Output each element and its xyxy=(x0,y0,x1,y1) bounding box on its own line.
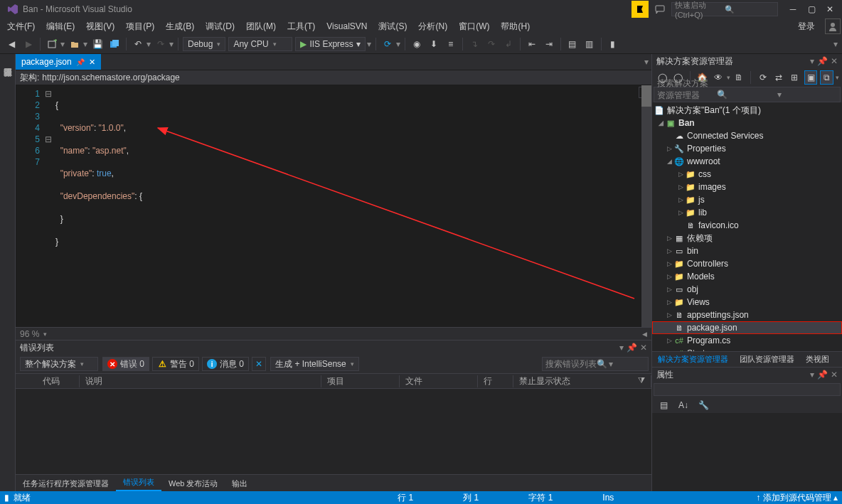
collapse-all-icon[interactable]: ⇄ xyxy=(772,70,785,85)
browser-link-button[interactable]: ⟳ xyxy=(380,36,395,52)
node-lib[interactable]: lib xyxy=(698,208,707,218)
clear-filter-icon[interactable]: ✕ xyxy=(252,357,266,371)
menu-project[interactable]: 项目(P) xyxy=(120,19,160,34)
code-content[interactable]: { "version": "1.0.0", "name": "asp.net",… xyxy=(53,85,651,327)
menu-view[interactable]: 视图(V) xyxy=(80,19,120,34)
col-project[interactable]: 项目 xyxy=(321,375,400,387)
node-program[interactable]: Program.cs xyxy=(687,336,730,345)
zoom-dropdown-icon[interactable]: ▾ xyxy=(43,331,47,338)
tab-task-runner[interactable]: 任务运行程序资源管理器 xyxy=(16,476,116,491)
step-into-icon[interactable]: ↴ xyxy=(467,36,482,52)
uncomment-icon[interactable]: ▥ xyxy=(582,36,597,52)
nav-forward-button[interactable]: ▶ xyxy=(21,36,36,52)
col-state[interactable]: 禁止显示状态 xyxy=(519,375,570,387)
col-line[interactable]: 行 xyxy=(478,375,513,387)
panel-close-icon[interactable]: ✕ xyxy=(831,370,838,380)
zoom-level[interactable]: 96 % xyxy=(20,329,39,339)
properties-icon[interactable]: ⧉ xyxy=(820,70,833,85)
menu-visualsvn[interactable]: VisualSVN xyxy=(321,20,373,33)
step-over-icon[interactable]: ↷ xyxy=(484,36,499,52)
indent-right-icon[interactable]: ⇥ xyxy=(541,36,557,52)
save-all-button[interactable] xyxy=(107,36,122,52)
col-desc[interactable]: 说明 xyxy=(80,375,321,387)
menu-tools[interactable]: 工具(T) xyxy=(282,19,321,34)
redo-button[interactable]: ↷ xyxy=(153,36,169,52)
menu-debug[interactable]: 调试(D) xyxy=(200,19,240,34)
menu-test[interactable]: 测试(S) xyxy=(373,19,412,34)
node-appsettings[interactable]: appsettings.json xyxy=(687,310,749,320)
server-explorer-tab[interactable]: 服务器资源管理器 xyxy=(0,58,15,491)
tab-team-explorer[interactable]: 团队资源管理器 xyxy=(734,352,800,367)
tab-output[interactable]: 输出 xyxy=(225,476,255,491)
node-obj[interactable]: obj xyxy=(687,284,698,294)
node-package-json[interactable]: package.json xyxy=(687,323,737,333)
platform-combo[interactable]: Any CPU▾ xyxy=(228,37,292,51)
errorlist-scope-combo[interactable]: 整个解决方案▾ xyxy=(20,357,98,371)
svn-commit-icon[interactable]: ◉ xyxy=(409,36,425,52)
status-source-control[interactable]: ↑ 添加到源代码管理 ▴ xyxy=(756,492,838,504)
build-intellisense-combo[interactable]: 生成 + IntelliSense▾ xyxy=(270,357,359,371)
node-css[interactable]: css xyxy=(698,169,711,179)
notification-flag-icon[interactable] xyxy=(632,1,649,18)
preview-icon[interactable]: ▣ xyxy=(804,70,818,85)
svn-update-icon[interactable]: ⬇ xyxy=(426,36,442,52)
indent-left-icon[interactable]: ⇤ xyxy=(524,36,540,52)
node-views[interactable]: Views xyxy=(687,297,710,307)
node-wwwroot[interactable]: wwwroot xyxy=(687,156,720,166)
panel-close-icon[interactable]: ✕ xyxy=(831,56,838,66)
messages-filter[interactable]: i消息 0 xyxy=(202,357,249,371)
panel-menu-icon[interactable]: ▾ xyxy=(619,343,624,353)
doctab-package-json[interactable]: package.json 📌 ✕ xyxy=(16,54,101,70)
minimize-button[interactable]: ─ xyxy=(784,2,802,16)
fold-column[interactable]: ⊟⊟ xyxy=(44,85,53,327)
signin-link[interactable]: 登录 xyxy=(792,19,821,34)
close-icon[interactable]: ✕ xyxy=(89,58,95,67)
alphabetize-icon[interactable]: A↓ xyxy=(676,397,691,413)
open-file-button[interactable] xyxy=(67,36,82,52)
node-controllers[interactable]: Controllers xyxy=(687,259,728,269)
categorize-icon[interactable]: ▤ xyxy=(656,397,671,413)
errors-filter[interactable]: ✕错误 0 xyxy=(102,357,149,371)
pin-icon[interactable]: 📌 xyxy=(76,58,85,66)
menu-team[interactable]: 团队(M) xyxy=(240,19,282,34)
warnings-filter[interactable]: ⚠警告 0 xyxy=(152,357,199,371)
new-project-button[interactable]: + xyxy=(44,36,60,52)
maximize-button[interactable]: ▢ xyxy=(802,2,821,16)
svn-log-icon[interactable]: ≡ xyxy=(443,36,459,52)
panel-pin-icon[interactable]: 📌 xyxy=(817,56,828,66)
solution-tree[interactable]: 📄解决方案"Ban"(1 个项目) ◢▣Ban ☁Connected Servi… xyxy=(652,102,842,351)
user-avatar-icon[interactable] xyxy=(825,18,841,34)
step-out-icon[interactable]: ↲ xyxy=(501,36,516,52)
bookmark-icon[interactable]: ▮ xyxy=(605,36,621,52)
tab-overflow-icon[interactable]: ▾ xyxy=(644,57,649,67)
quick-launch-input[interactable]: 快速启动 (Ctrl+Q) 🔍 xyxy=(671,2,778,16)
node-models[interactable]: Models xyxy=(687,272,715,282)
nav-back-button[interactable]: ◀ xyxy=(4,36,19,52)
col-file[interactable]: 文件 xyxy=(400,375,478,387)
start-debug-button[interactable]: ▶IIS Express▾ xyxy=(295,37,365,51)
errorlist-search[interactable]: 搜索错误列表🔍▾ xyxy=(542,357,649,371)
tab-error-list[interactable]: 错误列表 xyxy=(116,475,161,491)
close-button[interactable]: ✕ xyxy=(821,2,839,16)
menu-window[interactable]: 窗口(W) xyxy=(453,19,495,34)
node-favicon[interactable]: favicon.ico xyxy=(698,220,739,230)
code-editor[interactable]: 1234567 ⊟⊟ { "version": "1.0.0", "name":… xyxy=(16,85,651,327)
filter-icon[interactable]: ⧩ xyxy=(638,375,645,387)
show-all-icon[interactable]: ⊞ xyxy=(788,70,801,85)
project-node[interactable]: Ban xyxy=(678,118,695,128)
node-images[interactable]: images xyxy=(698,182,726,192)
menu-file[interactable]: 文件(F) xyxy=(1,19,41,34)
tab-web-publish[interactable]: Web 发布活动 xyxy=(161,476,225,491)
solution-root[interactable]: 解决方案"Ban"(1 个项目) xyxy=(667,104,761,117)
se-pending-icon[interactable]: 🗎 xyxy=(732,70,745,85)
schema-url-input[interactable] xyxy=(39,73,647,82)
editor-scroll-left-icon[interactable]: ◀ xyxy=(642,331,647,338)
editor-scrollbar[interactable] xyxy=(641,85,651,327)
node-deps[interactable]: 依赖项 xyxy=(687,232,713,245)
save-button[interactable]: 💾 xyxy=(90,36,105,52)
panel-pin-icon[interactable]: 📌 xyxy=(627,343,637,353)
feedback-icon[interactable] xyxy=(651,1,668,18)
node-connected[interactable]: Connected Services xyxy=(687,131,763,141)
undo-button[interactable]: ↶ xyxy=(130,36,146,52)
tab-class-view[interactable]: 类视图 xyxy=(800,352,835,367)
